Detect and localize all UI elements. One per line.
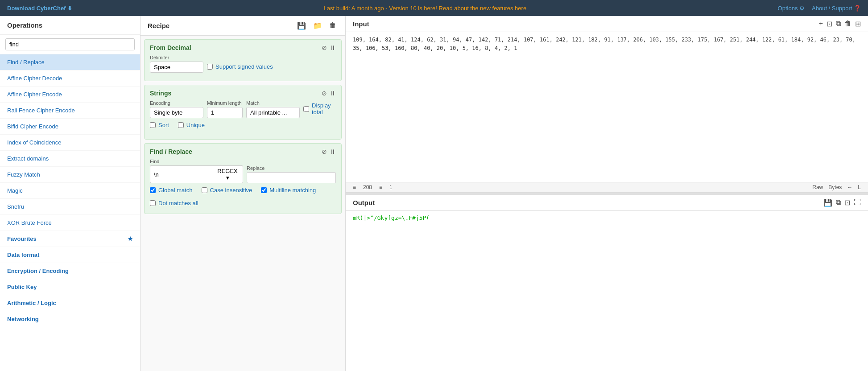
min-length-wrap: Minimum length [207,100,243,118]
main-layout: Operations Find / ReplaceAffine Cipher D… [0,16,868,371]
find-label: Find [150,159,243,164]
from-decimal-disable[interactable]: ⊘ [322,44,327,51]
find-replace-pause[interactable]: ⏸ [330,148,336,155]
multiline-matching-checkbox[interactable] [261,187,267,193]
input-clear-button[interactable]: 🗑 [844,20,851,28]
find-wrap: Find REGEX ▾ [150,159,243,183]
replace-input[interactable] [247,172,336,183]
find-replace-checkboxes: Global match Case insensitive Multiline … [150,187,336,196]
input-plus-button[interactable]: + [819,20,823,28]
input-header: Input + ⊡ ⧉ 🗑 ⊞ [346,16,868,32]
case-insensitive-label[interactable]: Case insensitive [210,187,252,194]
global-match-label[interactable]: Global match [158,187,193,194]
download-link[interactable]: Download CyberChef ⬇ [7,5,72,12]
sort-row: Sort [150,122,169,128]
options-link[interactable]: Options ⚙ [778,5,805,12]
find-replace-disable[interactable]: ⊘ [322,148,327,155]
sidebar-item-fuzzy-match[interactable]: Fuzzy Match [0,167,140,183]
sidebar-item-networking[interactable]: Networking [0,311,140,327]
from-decimal-title: From Decimal [150,44,191,51]
output-header: Output 💾 ⧉ ⊡ ⛶ [346,195,868,211]
save-recipe-button[interactable]: 💾 [295,21,308,31]
global-match-row: Global match [150,187,193,194]
sidebar-item-affine-cipher-decode[interactable]: Affine Cipher Decode [0,70,140,87]
sidebar-item-extract-domains[interactable]: Extract domains [0,151,140,167]
sidebar-item-encryption-encoding[interactable]: Encryption / Encoding [0,263,140,279]
case-insensitive-checkbox[interactable] [202,187,207,193]
find-replace-fields: Find REGEX ▾ Replace [150,159,336,183]
output-icons: 💾 ⧉ ⊡ ⛶ [823,198,861,207]
sidebar-item-snefru[interactable]: Snefru [0,199,140,215]
sidebar-item-rail-fence-cipher-encode[interactable]: Rail Fence Cipher Encode [0,103,140,119]
sidebar-category-label: Arithmetic / Logic [7,300,56,306]
recipe-panel: Recipe 💾 📁 🗑 From Decimal ⊘ ⏸ [141,16,346,371]
from-decimal-pause[interactable]: ⏸ [330,44,336,51]
find-mode-select[interactable]: REGEX ▾ [212,165,243,183]
sidebar-item-favourites[interactable]: Favourites★ [0,231,140,247]
sidebar-item-find-replace[interactable]: Find / Replace [0,54,140,70]
output-copy-button[interactable]: ⧉ [836,198,841,207]
multiline-matching-label[interactable]: Multiline matching [269,187,316,194]
unique-label[interactable]: Unique [186,122,205,128]
topbar: Download CyberChef ⬇ Last build: A month… [0,0,868,16]
output-panel: Output 💾 ⧉ ⊡ ⛶ mR)|>^/Gky[gz=\.F#j5P( [346,195,868,371]
clear-recipe-button[interactable]: 🗑 [327,21,338,31]
sidebar-item-arithmetic-logic[interactable]: Arithmetic / Logic [0,295,140,311]
input-char-icon: ≡ [353,184,356,190]
min-length-label: Minimum length [207,100,243,106]
options-label: Options [778,5,798,12]
build-message[interactable]: Last build: A month ago - Version 10 is … [324,5,527,12]
strings-disable[interactable]: ⊘ [322,90,327,97]
display-total-label[interactable]: Display total [312,102,336,115]
sort-checkbox[interactable] [150,122,156,128]
input-area[interactable]: 109, 164, 82, 41, 124, 62, 31, 94, 47, 1… [346,32,868,182]
find-input[interactable] [150,165,212,183]
download-anchor[interactable]: Download CyberChef ⬇ [7,5,72,12]
support-signed-label[interactable]: Support signed values [215,63,273,70]
sidebar-item-index-of-coincidence[interactable]: Index of Coincidence [0,135,140,151]
support-signed-row: Support signed values [207,63,273,70]
input-split-button[interactable]: ⧉ [836,20,841,28]
sidebar-item-xor-brute-force[interactable]: XOR Brute Force [0,215,140,231]
output-panel-button[interactable]: ⊡ [844,198,850,207]
find-replace-controls: ⊘ ⏸ [322,148,336,155]
search-box [0,35,140,54]
input-toolbar-right: Raw Bytes ← L [812,184,861,190]
input-toolbar: ≡ 208 ≡ 1 Raw Bytes ← L [346,182,868,193]
min-length-input[interactable] [207,107,243,118]
strings-pause[interactable]: ⏸ [330,90,336,97]
input-grid-button[interactable]: ⊞ [855,20,861,28]
unique-checkbox[interactable] [178,122,184,128]
match-input[interactable] [246,107,300,118]
dot-matches-all-row: Dot matches all [150,200,336,206]
sidebar-item-affine-cipher-encode[interactable]: Affine Cipher Encode [0,87,140,103]
delimiter-input[interactable] [150,62,203,73]
dot-matches-all-label[interactable]: Dot matches all [158,200,198,206]
input-panel-button[interactable]: ⊡ [827,20,832,28]
replace-wrap: Replace [247,165,336,183]
input-bytes-button[interactable]: Bytes [828,184,842,190]
input-raw-button[interactable]: Raw [812,184,823,190]
strings-title: Strings [150,90,171,97]
sort-label[interactable]: Sort [158,122,169,128]
encoding-label: Encoding [150,100,203,106]
output-area: mR)|>^/Gky[gz=\.F#j5P( [346,211,868,371]
sidebar-item-public-key[interactable]: Public Key [0,279,140,295]
sidebar-item-magic[interactable]: Magic [0,183,140,199]
about-link[interactable]: About / Support ❓ [812,5,861,12]
support-signed-checkbox[interactable] [207,64,213,70]
sidebar-category-label: Encryption / Encoding [7,268,69,274]
search-input[interactable] [5,38,135,50]
unique-row: Unique [178,122,205,128]
input-arrow-left[interactable]: ← [847,184,852,190]
encoding-input[interactable] [150,107,203,118]
global-match-checkbox[interactable] [150,187,156,193]
dot-matches-all-checkbox[interactable] [150,200,156,206]
open-recipe-button[interactable]: 📁 [311,21,324,31]
sidebar-item-data-format[interactable]: Data format [0,247,140,263]
output-fullscreen-button[interactable]: ⛶ [854,198,861,207]
output-save-button[interactable]: 💾 [823,198,832,207]
display-total-checkbox[interactable] [303,106,309,112]
input-arrow-right[interactable]: L [858,184,861,190]
sidebar-item-bifid-cipher-encode[interactable]: Bifid Cipher Encode [0,119,140,135]
